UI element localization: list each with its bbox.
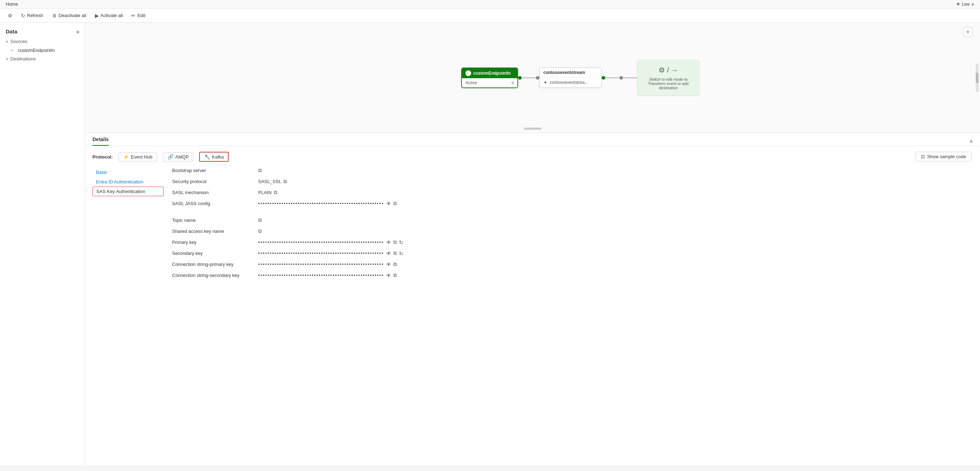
primary-key-value: ••••••••••••••••••••••••••••••••••••••••…	[258, 239, 973, 245]
topic-name-value: ⧉	[258, 217, 973, 223]
hint-text: Switch to edit mode to Transform event o…	[642, 77, 695, 90]
source-node-body: Active ≡	[462, 78, 517, 88]
nav-basic-label: Basic	[96, 170, 107, 175]
line1	[522, 78, 536, 78]
connection-string-secondary-dots: ••••••••••••••••••••••••••••••••••••••••…	[258, 273, 384, 278]
show-sample-code-button[interactable]: ⊡ Show sample code	[916, 152, 972, 161]
destination-hint: ⚙ / → Switch to edit mode to Transform e…	[637, 60, 700, 96]
field-sasl-mechanism: SASL mechanism PLAIN ⧉	[172, 189, 973, 196]
edit-icon: ✏	[131, 13, 135, 19]
destinations-chevron-icon: ∨	[6, 57, 8, 61]
sidebar: Data « ∨ Sources ← customEndpointIn ∨ De…	[0, 23, 85, 465]
topic-name-copy-icon[interactable]: ⧉	[258, 217, 262, 223]
event-stream-icon: ✦	[543, 80, 547, 85]
connection-string-primary-label: Connection string-primary key	[172, 262, 254, 267]
details-tab[interactable]: Details	[92, 137, 109, 146]
secondary-key-label: Secondary key	[172, 251, 254, 256]
bootstrap-server-copy-icon[interactable]: ⧉	[258, 167, 262, 173]
activate-icon: ▶	[95, 13, 99, 19]
source-node[interactable]: ← customEndpointIn Active ≡	[461, 68, 518, 88]
sidebar-section-destinations[interactable]: ∨ Destinations	[0, 55, 85, 63]
shared-access-key-name-copy-icon[interactable]: ⧉	[258, 228, 262, 234]
arrow1	[518, 76, 539, 80]
nav-item-sas-key[interactable]: SAS Key Authentication	[92, 187, 164, 196]
protocol-btn-event-hub[interactable]: ⚡ Event Hub	[118, 152, 157, 161]
secondary-key-dots: ••••••••••••••••••••••••••••••••••••••••…	[258, 251, 384, 256]
security-protocol-label: Security protocol	[172, 179, 254, 184]
source-node-status: Active	[466, 80, 477, 85]
nav-entra-id-label: Entra ID Authentication	[96, 179, 143, 185]
sidebar-collapse-icon[interactable]: «	[76, 29, 79, 35]
details-header: Details ∧	[85, 133, 980, 146]
right-content: Bootstrap server ⧉ Security protocol SAS…	[172, 167, 973, 283]
settings-button[interactable]: ⚙	[4, 11, 16, 20]
add-node-button[interactable]: +	[963, 27, 973, 37]
field-spacer	[172, 212, 973, 217]
sasl-jass-eye-icon[interactable]: 👁	[386, 201, 391, 207]
sasl-mechanism-value: PLAIN ⧉	[258, 189, 973, 196]
left-nav: Basic Entra ID Authentication SAS Key Au…	[92, 167, 164, 283]
arrow2	[601, 76, 637, 80]
sasl-mechanism-copy-icon[interactable]: ⧉	[274, 189, 277, 196]
primary-key-eye-icon[interactable]: 👁	[386, 240, 391, 245]
connection-string-primary-eye-icon[interactable]: 👁	[386, 262, 391, 267]
nav-item-basic[interactable]: Basic	[92, 167, 164, 177]
line3	[623, 78, 637, 78]
security-protocol-value: SASL_SSL ⧉	[258, 178, 973, 185]
dot4	[619, 76, 623, 80]
shared-access-key-name-value: ⧉	[258, 228, 973, 234]
field-sasl-jass: SASL JASS config •••••••••••••••••••••••…	[172, 200, 973, 207]
source-node-header: ← customEndpointIn	[462, 68, 517, 78]
field-shared-access-key-name: Shared access key name ⧉	[172, 228, 973, 234]
primary-key-refresh-icon[interactable]: ↻	[399, 240, 403, 245]
source-node-icon: ←	[466, 70, 471, 76]
amqp-label: AMQP	[175, 154, 189, 160]
live-badge[interactable]: 👁 Live ∨	[956, 2, 974, 7]
connection-string-secondary-eye-icon[interactable]: 👁	[386, 273, 391, 278]
sources-chevron-icon: ∨	[6, 40, 8, 43]
title-bar: Home 👁 Live ∨	[0, 0, 980, 8]
source-node-menu-icon: ≡	[511, 80, 514, 85]
sasl-jass-value: ••••••••••••••••••••••••••••••••••••••••…	[258, 200, 973, 207]
connection-string-primary-copy-icon[interactable]: ⧉	[393, 261, 397, 267]
primary-key-copy-icon[interactable]: ⧉	[393, 239, 397, 245]
nav-item-entra-id[interactable]: Entra ID Authentication	[92, 177, 164, 187]
source-item-icon: ←	[10, 47, 15, 53]
horizontal-scrollbar[interactable]	[524, 127, 542, 130]
edit-button[interactable]: ✏ Edit	[128, 11, 149, 20]
field-topic-name: Topic name ⧉	[172, 217, 973, 223]
refresh-button[interactable]: ↻ Refresh	[18, 11, 47, 20]
flow-diagram: ← customEndpointIn Active ≡ cont	[461, 60, 700, 96]
secondary-key-refresh-icon[interactable]: ↻	[399, 251, 403, 256]
event-hub-label: Event Hub	[131, 154, 153, 160]
security-protocol-copy-icon[interactable]: ⧉	[283, 178, 287, 185]
field-connection-string-secondary: Connection string-secondary key ••••••••…	[172, 272, 973, 278]
connection-string-primary-value: ••••••••••••••••••••••••••••••••••••••••…	[258, 261, 973, 267]
protocol-btn-kafka[interactable]: 🔧 Kafka	[199, 152, 229, 162]
field-secondary-key: Secondary key ••••••••••••••••••••••••••…	[172, 250, 973, 256]
security-protocol-text: SASL_SSL	[258, 179, 281, 184]
page-title: Home	[6, 2, 18, 7]
deactivate-icon: ⏸	[52, 13, 57, 19]
protocol-btn-amqp[interactable]: 🔗 AMQP	[163, 152, 193, 161]
settings-icon: ⚙	[8, 13, 13, 19]
secondary-key-eye-icon[interactable]: 👁	[386, 251, 391, 256]
shared-access-key-name-label: Shared access key name	[172, 229, 254, 234]
connection-string-secondary-copy-icon[interactable]: ⧉	[393, 272, 397, 278]
sasl-jass-copy-icon[interactable]: ⧉	[393, 200, 397, 207]
refresh-icon: ↻	[21, 13, 25, 19]
deactivate-all-button[interactable]: ⏸ Deactivate all	[48, 11, 90, 20]
details-body: Protocol: ⚡ Event Hub 🔗 AMQP 🔧 Kafka	[85, 146, 980, 289]
content-area: ← customEndpointIn Active ≡ cont	[85, 23, 980, 465]
event-stream-subtitle: contosoeventstrea...	[550, 80, 588, 85]
details-collapse-icon[interactable]: ∧	[969, 138, 973, 144]
sasl-jass-label: SASL JASS config	[172, 201, 254, 206]
vertical-scrollbar[interactable]	[976, 64, 978, 92]
sasl-mechanism-text: PLAIN	[258, 190, 272, 195]
sidebar-section-sources[interactable]: ∨ Sources	[0, 37, 85, 46]
deactivate-all-label: Deactivate all	[59, 13, 86, 18]
secondary-key-copy-icon[interactable]: ⧉	[393, 250, 397, 256]
sidebar-item-customendpointin[interactable]: ← customEndpointIn	[0, 46, 85, 55]
activate-all-button[interactable]: ▶ Activate all	[91, 11, 127, 20]
event-stream-node[interactable]: contosoeventstream ✦ contosoeventstrea..…	[539, 68, 601, 88]
